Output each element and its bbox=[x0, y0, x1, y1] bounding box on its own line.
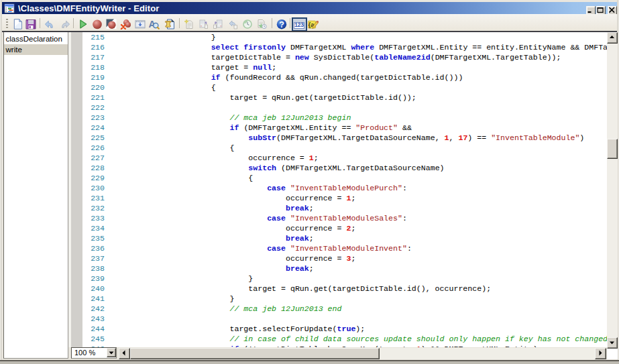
svg-text:?: ? bbox=[279, 20, 284, 29]
